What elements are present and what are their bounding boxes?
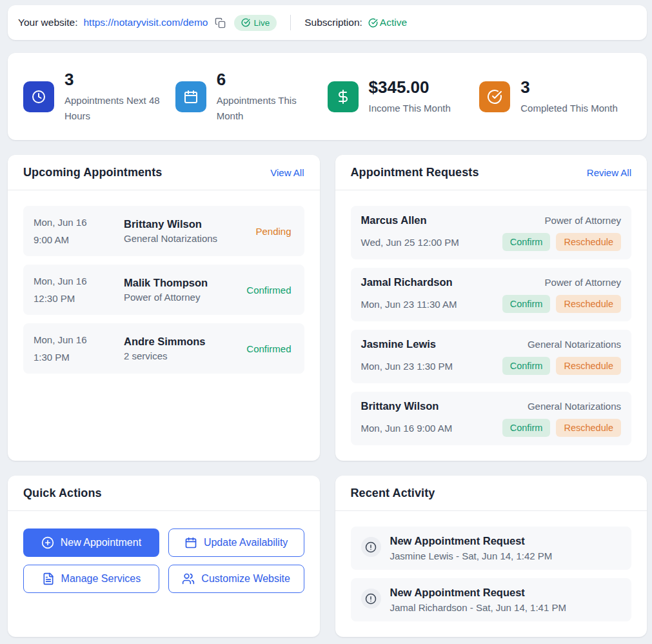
status-badge: Pending bbox=[255, 226, 293, 237]
confirm-button[interactable]: Confirm bbox=[502, 233, 551, 251]
reschedule-button[interactable]: Reschedule bbox=[556, 419, 621, 437]
stat-income-month: $345.00 Income This Month bbox=[328, 77, 480, 116]
request-row: Jamal Richardson Power of Attorney Mon, … bbox=[351, 268, 632, 321]
stat-value: 3 bbox=[64, 70, 163, 90]
reschedule-button[interactable]: Reschedule bbox=[556, 233, 621, 251]
panel-header: Recent Activity bbox=[335, 476, 647, 511]
stat-label: Income This Month bbox=[369, 101, 451, 116]
check-circle-icon bbox=[241, 18, 250, 27]
customize-website-button[interactable]: Customize Website bbox=[168, 565, 304, 593]
stat-completed-month: 3 Completed This Month bbox=[479, 77, 631, 116]
stat-value: $345.00 bbox=[369, 77, 451, 97]
client-name: Marcus Allen bbox=[361, 214, 427, 226]
subscription-label: Subscription: bbox=[304, 17, 362, 28]
stat-appointments-48h: 3 Appointments Next 48 Hours bbox=[23, 70, 175, 124]
appointment-datetime: Mon, Jun 16 1:30 PM bbox=[34, 331, 124, 366]
appointment-datetime: Mon, Jun 16 12:30 PM bbox=[34, 272, 124, 307]
website-url-link[interactable]: https://notaryvisit.com/demo bbox=[84, 17, 208, 28]
stat-label: Completed This Month bbox=[520, 101, 618, 116]
activity-title: New Appointment Request bbox=[390, 535, 553, 547]
appointment-client: Malik Thompson Power of Attorney bbox=[124, 277, 246, 303]
client-name: Brittany Wilson bbox=[124, 218, 255, 230]
request-row: Brittany Wilson General Notarizations Mo… bbox=[351, 392, 632, 445]
appointment-row: Mon, Jun 16 12:30 PM Malik Thompson Powe… bbox=[23, 265, 304, 315]
service-type: General Notarizations bbox=[124, 233, 255, 244]
review-all-link[interactable]: Review All bbox=[587, 167, 631, 178]
reschedule-button[interactable]: Reschedule bbox=[556, 295, 621, 313]
appointment-row: Mon, Jun 16 9:00 AM Brittany Wilson Gene… bbox=[23, 206, 304, 256]
appointment-requests-panel: Appointment Requests Review All Marcus A… bbox=[335, 155, 647, 461]
view-all-link[interactable]: View All bbox=[270, 167, 304, 178]
service-type: 2 services bbox=[124, 350, 246, 361]
stat-value: 3 bbox=[520, 77, 618, 97]
plus-circle-icon bbox=[41, 536, 54, 549]
stat-label: Appointments This Month bbox=[217, 93, 315, 124]
calendar-icon bbox=[175, 81, 206, 112]
client-name: Andre Simmons bbox=[124, 336, 246, 348]
stats-bar: 3 Appointments Next 48 Hours 6 Appointme… bbox=[8, 53, 647, 140]
panel-header: Appointment Requests Review All bbox=[335, 155, 647, 190]
request-datetime: Mon, Jun 16 9:00 AM bbox=[361, 423, 453, 434]
status-badge: Confirmed bbox=[246, 285, 293, 296]
alert-circle-icon bbox=[361, 537, 381, 557]
clock-icon bbox=[23, 81, 54, 112]
divider bbox=[290, 15, 291, 30]
panel-title: Quick Actions bbox=[23, 487, 102, 500]
confirm-button[interactable]: Confirm bbox=[502, 419, 551, 437]
activity-detail: Jamal Richardson - Sat, Jun 14, 1:41 PM bbox=[390, 602, 566, 613]
appointment-datetime: Mon, Jun 16 9:00 AM bbox=[34, 214, 124, 248]
dashboard-page: Your website: https://notaryvisit.com/de… bbox=[0, 0, 652, 637]
live-badge-label: Live bbox=[253, 18, 270, 28]
service-type: Power of Attorney bbox=[545, 215, 621, 226]
request-datetime: Wed, Jun 25 12:00 PM bbox=[361, 237, 459, 248]
request-datetime: Mon, Jun 23 11:30 AM bbox=[361, 299, 457, 310]
appointment-row: Mon, Jun 16 1:30 PM Andre Simmons 2 serv… bbox=[23, 323, 304, 374]
appointment-client: Andre Simmons 2 services bbox=[124, 336, 246, 361]
live-badge: Live bbox=[234, 15, 277, 31]
confirm-button[interactable]: Confirm bbox=[502, 295, 551, 313]
client-name: Jasmine Lewis bbox=[361, 338, 436, 350]
subscription-status: Active bbox=[368, 17, 407, 28]
quick-actions-grid: New Appointment Update Availability Mana… bbox=[8, 511, 320, 610]
users-icon bbox=[182, 572, 195, 585]
request-datetime: Mon, Jun 23 1:30 PM bbox=[361, 361, 453, 372]
stat-appointments-month: 6 Appointments This Month bbox=[175, 70, 328, 124]
file-text-icon bbox=[42, 572, 55, 585]
copy-icon[interactable] bbox=[215, 17, 226, 28]
confirm-button[interactable]: Confirm bbox=[502, 357, 551, 375]
check-circle-icon bbox=[479, 81, 510, 112]
activity-list: New Appointment Request Jasmine Lewis - … bbox=[335, 511, 647, 637]
manage-services-button[interactable]: Manage Services bbox=[23, 565, 159, 593]
new-appointment-button[interactable]: New Appointment bbox=[23, 528, 159, 557]
status-badge: Confirmed bbox=[246, 343, 293, 354]
upcoming-list: Mon, Jun 16 9:00 AM Brittany Wilson Gene… bbox=[8, 190, 320, 389]
activity-title: New Appointment Request bbox=[390, 587, 566, 599]
request-row: Marcus Allen Power of Attorney Wed, Jun … bbox=[351, 206, 632, 259]
panel-title: Upcoming Appointments bbox=[23, 166, 162, 179]
reschedule-button[interactable]: Reschedule bbox=[556, 357, 621, 375]
recent-activity-panel: Recent Activity New Appointment Request … bbox=[335, 476, 647, 637]
stat-value: 6 bbox=[217, 70, 315, 90]
website-label: Your website: bbox=[18, 17, 78, 28]
check-circle-icon bbox=[368, 18, 378, 28]
calendar-icon bbox=[184, 536, 197, 549]
dollar-icon bbox=[328, 81, 359, 112]
client-name: Jamal Richardson bbox=[361, 276, 453, 288]
service-type: General Notarizations bbox=[528, 401, 621, 412]
activity-detail: Jasmine Lewis - Sat, Jun 14, 1:42 PM bbox=[390, 550, 553, 561]
activity-item: New Appointment Request Jasmine Lewis - … bbox=[351, 527, 632, 570]
request-row: Jasmine Lewis General Notarizations Mon,… bbox=[351, 330, 632, 383]
quick-actions-panel: Quick Actions New Appointment Update Ava… bbox=[8, 476, 320, 637]
upcoming-appointments-panel: Upcoming Appointments View All Mon, Jun … bbox=[8, 155, 320, 461]
subscription-status-label: Active bbox=[380, 17, 407, 28]
requests-list: Marcus Allen Power of Attorney Wed, Jun … bbox=[335, 190, 647, 461]
service-type: Power of Attorney bbox=[545, 277, 621, 288]
update-availability-button[interactable]: Update Availability bbox=[168, 528, 304, 557]
stat-label: Appointments Next 48 Hours bbox=[64, 93, 163, 124]
service-type: Power of Attorney bbox=[124, 292, 246, 303]
service-type: General Notarizations bbox=[528, 339, 621, 350]
alert-circle-icon bbox=[361, 589, 381, 609]
panel-header: Quick Actions bbox=[8, 476, 320, 511]
website-status-bar: Your website: https://notaryvisit.com/de… bbox=[8, 5, 647, 40]
panel-title: Appointment Requests bbox=[351, 166, 479, 179]
